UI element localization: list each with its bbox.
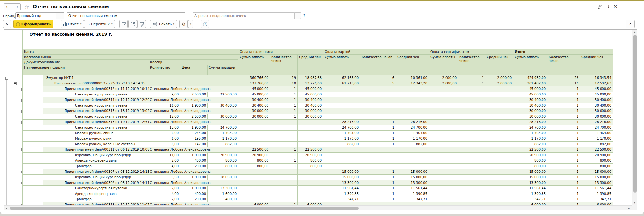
col-header-cert-count: Количество чеков [458,55,485,76]
favorite-star-icon[interactable]: ☆ [24,4,29,10]
amount-cell [458,202,485,205]
amount-cell: 19 [270,75,298,81]
import-data-button[interactable] [119,20,128,28]
item-name-cell: Санаторно-курортная путевка [43,125,149,131]
forward-button[interactable]: → [12,3,21,10]
amount-cell: 800,00 [513,164,547,169]
horizontal-scrollbar[interactable]: ◄ ► [4,205,632,210]
collapse-button[interactable] [5,77,8,80]
col-header-total-sum: Сумма оплаты [513,55,547,76]
period-more-button[interactable]: ... [56,12,64,19]
edit-button[interactable] [137,20,146,28]
goto-menu-button[interactable]: → Перейти к ▾ [84,20,115,28]
amount-cell: 45 000,00 [238,92,270,97]
period-input[interactable] [15,12,56,19]
back-button[interactable]: ← [4,3,12,10]
more-menu-icon[interactable]: ⋮ [606,4,611,9]
amount-cell [396,114,429,120]
tree-cell [23,86,43,92]
vertical-scrollbar[interactable]: ▲ ▼ [632,30,637,205]
amount-cell: 882,00 [580,142,613,147]
table-row: Аренда конференц-зала4,00400,001 600,001… [23,191,613,197]
amount-cell: 800,00 [298,164,323,169]
table-row: Санаторно-курортная путевка12,002 500,00… [23,114,613,120]
amount-cell [429,114,458,120]
possum-cell: 800,00 [208,164,238,169]
scroll-right-icon[interactable]: ► [628,207,630,210]
amount-cell: 30 000,00 [580,114,613,120]
amount-cell [298,169,323,175]
horizontal-scroll-thumb[interactable] [10,207,359,210]
collapse-button[interactable] [14,82,17,85]
amount-cell: 45 000,00 [580,86,613,92]
help-button[interactable]: ? [626,20,635,28]
amount-cell: 1 464,00 [323,131,360,136]
link-icon[interactable] [597,4,602,11]
price-cell: 2 500,00 [180,114,208,120]
amount-cell: 800,00 [580,158,613,164]
qty-cell: 4,00 [149,164,180,169]
print-menu-button[interactable]: Печать ▾ [150,20,177,28]
amount-cell [485,97,513,103]
amount-cell [458,142,485,147]
tree-line [6,80,7,205]
info-button[interactable]: i [201,20,209,28]
scroll-down-icon[interactable]: ▼ [634,201,635,204]
collapse-panel-button[interactable]: > [3,20,11,28]
cashier-cell: Стеньшина Любовь Александровна [149,180,238,186]
tree-cell [23,147,43,153]
amount-cell: 11 561,44 [323,186,360,191]
scroll-left-icon[interactable]: ◄ [6,207,7,210]
qty-cell: 9,00 [149,92,180,97]
report-menu-button[interactable]: Отчет ▾ [61,20,84,28]
price-cell: 400,00 [180,191,208,197]
amount-cell [485,142,513,147]
item-name-cell: Санаторно-курортная путевка [43,186,149,191]
amount-cell: 1 [360,180,396,186]
amount-cell: 6 000,00 [513,202,547,205]
report-name-input[interactable] [67,12,185,19]
tree-cell [23,164,43,169]
chevron-down-icon: ▾ [173,23,174,25]
settings-button[interactable]: ⚙ [179,20,188,28]
amount-cell: 28 216,00 [396,120,429,125]
col-header-cert-sum: Сумма оплаты [429,55,458,76]
amount-cell [323,202,360,205]
col-header-card-avg: Средний чек [396,55,429,76]
amount-cell [270,169,298,175]
table-row: Аренда конференц-зала2,00400,00800,00800… [23,158,613,164]
open-in-new-button[interactable] [128,20,137,28]
aggregates-help-link[interactable]: ? [303,13,305,18]
amount-cell: 1 [547,136,580,142]
amount-cell [238,180,270,186]
amount-cell: 137 766,00 [238,81,270,86]
amount-cell: 45 000,00 [580,92,613,97]
amount-cell [429,202,458,205]
amount-cell: 13 776,60 [298,81,323,86]
amount-cell: 1 [270,92,298,97]
amount-cell: 1 [270,114,298,120]
amount-cell [396,164,429,169]
amount-cell: 1 [547,92,580,97]
col-header-shift: Кассовая смена [23,55,238,60]
close-icon[interactable]: × [613,3,618,9]
amount-cell [270,136,298,142]
amount-cell: 1 [547,147,580,153]
amount-cell [396,103,429,108]
table-body: Эмулятор ККТ 1360 766,001918 987,6862 16… [23,75,613,205]
col-header-card-count: Количество чеков [360,55,396,76]
amount-cell [458,197,485,202]
table-row: Курсовка, Общий курс процедур9,501 900,0… [23,175,613,180]
settings-more-button[interactable]: ▾ [188,20,193,28]
amount-cell: 20 900,00 [298,153,323,158]
vertical-scroll-thumb[interactable] [633,35,637,193]
item-name-cell: Массаж ручной, коленные суставы [43,142,149,147]
amount-cell: 2 000,00 [429,81,458,86]
scroll-up-icon[interactable]: ▲ [634,31,635,33]
generate-button[interactable]: Сформировать [13,20,53,28]
price-cell: 1 900,00 [180,153,208,158]
amount-cell [458,191,485,197]
generate-label: Сформировать [21,22,51,26]
amount-cell [458,125,485,131]
document-name-cell: Прием платежей demA00312 от 11.12.2019 1… [43,86,149,92]
